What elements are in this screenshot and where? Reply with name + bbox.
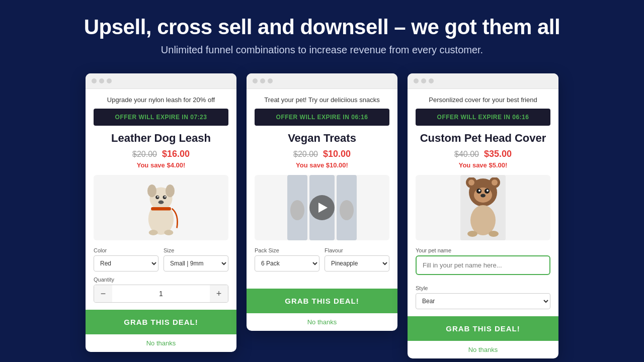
product-image-treats [255, 175, 389, 240]
quantity-increase[interactable]: + [210, 285, 228, 302]
timer-bar-cover: OFFER WILL EXPIRE IN 06:16 [416, 109, 550, 126]
style-row: Style Bear Lion Dragon Panda [416, 285, 550, 309]
price-row-cover: $40.00 $35.00 [416, 149, 550, 159]
card-body-treats: Treat your pet! Try our deliciious snack… [247, 89, 397, 289]
flavour-select[interactable]: Pineapple Mango Strawberry [325, 255, 389, 272]
svg-point-11 [164, 230, 173, 235]
quantity-row: Quantity − 1 + [94, 277, 228, 303]
price-row-treats: $20.00 $10.00 [255, 149, 389, 159]
svg-point-16 [468, 179, 474, 186]
no-thanks-leash[interactable]: No thanks [86, 334, 236, 352]
size-select[interactable]: Small | 9mm Medium | 12mm Large | 15mm [164, 255, 228, 272]
no-thanks-treats[interactable]: No thanks [247, 313, 397, 331]
browser-dot-7 [414, 78, 419, 83]
color-field: Color Red Blue Black Green [94, 247, 158, 272]
svg-point-3 [166, 185, 175, 197]
price-row-leash: $20.00 $16.00 [94, 149, 228, 159]
field-group-leash: Color Red Blue Black Green Size Small | … [94, 247, 228, 272]
svg-point-24 [480, 194, 486, 198]
card-treats: Treat your pet! Try our deliciious snack… [247, 73, 397, 331]
product-title-leash: Leather Dog Leash [94, 132, 228, 145]
timer-prefix-cover: OFFER WILL EXPIRE IN [437, 114, 513, 121]
product-title-treats: Vegan Treats [255, 132, 389, 145]
timer-value-cover: 06:16 [512, 114, 529, 121]
grab-deal-button-leash[interactable]: GRAB THIS DEAL! [86, 310, 236, 334]
browser-bar-cover [408, 73, 558, 89]
pack-size-label: Pack Size [255, 247, 319, 253]
offer-subtitle-treats: Treat your pet! Try our deliciious snack… [255, 96, 389, 104]
card-body-leash: Upgrade your nylon leash for 20% off OFF… [86, 89, 236, 303]
play-button[interactable] [309, 195, 335, 220]
timer-prefix-treats: OFFER WILL EXPIRE IN [276, 114, 352, 121]
pack-size-select[interactable]: 6 Pack 12 Pack 24 Pack [255, 255, 319, 272]
price-sale-treats: $10.00 [323, 149, 351, 159]
color-label: Color [94, 247, 158, 253]
svg-point-6 [157, 196, 158, 198]
browser-dot-8 [421, 78, 426, 83]
cards-container: Upgrade your nylon leash for 20% off OFF… [10, 73, 634, 358]
product-title-cover: Custom Pet Head Cover [416, 132, 550, 145]
pet-name-group: Your pet name [416, 247, 550, 280]
product-image-cover [416, 175, 550, 240]
svg-point-8 [158, 201, 164, 204]
grab-deal-button-cover[interactable]: GRAB THIS DEAL! [408, 316, 558, 341]
svg-rect-9 [151, 207, 171, 210]
browser-dot-4 [253, 78, 258, 83]
pet-name-input[interactable] [416, 255, 550, 275]
price-sale-leash: $16.00 [162, 149, 190, 159]
timer-value-leash: 07:23 [190, 114, 207, 121]
price-sale-cover: $35.00 [484, 149, 512, 159]
spacer-treats [255, 277, 389, 289]
svg-point-12 [290, 200, 304, 220]
grab-deal-button-treats[interactable]: GRAB THIS DEAL! [247, 289, 397, 313]
browser-bar-leash [86, 73, 236, 89]
savings-leash: You save $4.00! [94, 161, 228, 169]
price-original-treats: $20.00 [293, 150, 318, 159]
three-panel-treats [287, 175, 357, 240]
field-group-treats: Pack Size 6 Pack 12 Pack 24 Pack Flavour… [255, 247, 389, 272]
quantity-control: − 1 + [94, 285, 228, 303]
svg-point-13 [340, 200, 354, 220]
price-original-leash: $20.00 [132, 150, 157, 159]
panel-right [337, 175, 357, 240]
savings-cover: You save $5.00! [416, 161, 550, 169]
panel-center [309, 175, 335, 240]
timer-bar-leash: OFFER WILL EXPIRE IN 07:23 [94, 109, 228, 126]
pack-size-field: Pack Size 6 Pack 12 Pack 24 Pack [255, 247, 319, 272]
style-label: Style [416, 285, 550, 291]
page-subheadline: Unlimited funnel combinations to increas… [161, 44, 483, 56]
timer-value-treats: 06:16 [351, 114, 368, 121]
color-select[interactable]: Red Blue Black Green [94, 255, 158, 272]
offer-subtitle-leash: Upgrade your nylon leash for 20% off [94, 96, 228, 104]
pet-name-label: Your pet name [416, 247, 550, 253]
card-cover: Personlized cover for your best friend O… [408, 73, 558, 358]
three-panel-cover [458, 175, 508, 240]
product-image-leash [94, 175, 228, 240]
browser-dot-6 [268, 78, 273, 83]
page-headline: Upsell, cross sell and downsell – we got… [84, 15, 560, 39]
svg-point-22 [478, 190, 480, 192]
svg-point-10 [149, 230, 158, 235]
savings-treats: You save $10.00! [255, 161, 389, 169]
browser-dot-9 [429, 78, 434, 83]
quantity-value: 1 [112, 290, 210, 298]
size-label: Size [164, 247, 228, 253]
card-leash: Upgrade your nylon leash for 20% off OFF… [86, 73, 236, 352]
price-original-cover: $40.00 [454, 150, 479, 159]
flavour-field: Flavour Pineapple Mango Strawberry [325, 247, 389, 272]
svg-point-23 [487, 190, 489, 192]
browser-dot-5 [260, 78, 265, 83]
style-select[interactable]: Bear Lion Dragon Panda [416, 293, 550, 309]
offer-subtitle-cover: Personlized cover for your best friend [416, 96, 550, 104]
svg-point-25 [470, 205, 496, 235]
browser-dot-3 [107, 78, 112, 83]
quantity-decrease[interactable]: − [94, 285, 112, 302]
browser-bar-treats [247, 73, 397, 89]
no-thanks-cover[interactable]: No thanks [408, 341, 558, 358]
svg-point-27 [489, 231, 499, 237]
svg-point-18 [492, 179, 498, 186]
flavour-label: Flavour [325, 247, 389, 253]
timer-prefix-leash: OFFER WILL EXPIRE IN [115, 114, 191, 121]
quantity-label: Quantity [94, 277, 228, 283]
svg-point-7 [165, 196, 166, 198]
